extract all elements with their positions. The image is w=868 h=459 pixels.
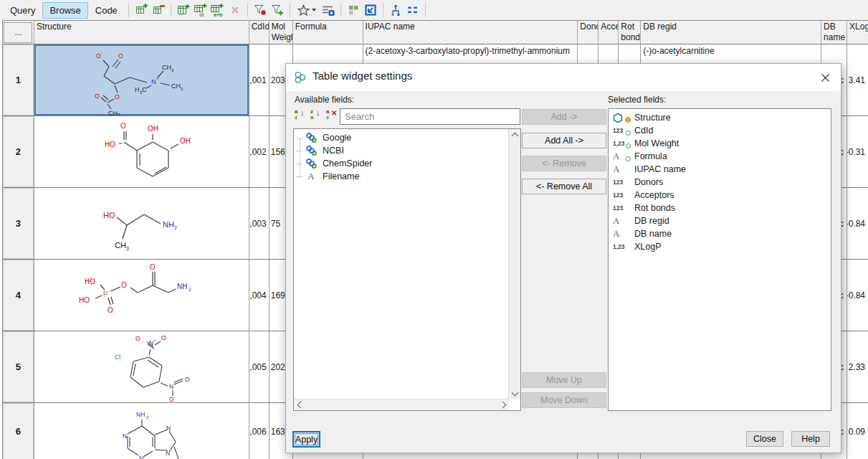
add-all-button[interactable]: Add All -> <box>522 133 606 148</box>
move-up-button[interactable]: Move Up <box>522 372 606 388</box>
xlogp-cell[interactable]: -0.84 <box>847 188 868 260</box>
help-button[interactable]: Help <box>791 431 830 447</box>
available-fields-list[interactable]: Google NCBI ChemSpider A Filename <box>293 128 521 411</box>
sort-clear-icon[interactable]: az✕ <box>325 108 338 122</box>
molecule-drawing: NH2 N N N N <box>34 403 249 459</box>
cdid-cell[interactable]: 1,002 <box>249 116 270 188</box>
structure-cell-aminoacetone-phosphate[interactable]: HO HO P O O O NH2 <box>34 260 249 331</box>
selected-field-rot-bonds[interactable]: 123 Rot bonds <box>609 202 831 214</box>
svg-text:Cl: Cl <box>115 354 120 361</box>
xlogp-cell[interactable]: -0.84 <box>847 260 868 331</box>
row-number[interactable]: 3 <box>3 188 34 260</box>
structure-cell-aminopropanol[interactable]: HO NH2 CH3 <box>34 188 249 260</box>
dropdown-caret-icon <box>312 9 316 11</box>
selected-field-db-name[interactable]: A DB name <box>609 227 831 240</box>
row-number[interactable]: 1 <box>3 44 34 116</box>
selected-field-xlogp[interactable]: 1,23 XLogP <box>609 240 831 253</box>
list-item-ncbi[interactable]: NCBI <box>294 144 508 157</box>
widget-grid-icon[interactable] <box>345 2 361 18</box>
sort-za-icon[interactable]: za↓ <box>309 108 323 122</box>
row-number[interactable]: 5 <box>3 331 34 403</box>
remove-all-button[interactable]: <- Remove All <box>522 179 606 194</box>
new-table-icon[interactable] <box>176 2 191 18</box>
list-item-chemspider[interactable]: ChemSpider <box>294 157 508 170</box>
column-header-cdid[interactable]: CdId <box>249 21 270 44</box>
indexed-dot-icon <box>626 131 631 136</box>
remove-data-tree-icon[interactable] <box>151 2 166 18</box>
close-icon[interactable] <box>818 71 832 84</box>
scroll-right-icon[interactable] <box>498 399 509 410</box>
new-table-ab-icon[interactable]: a+b <box>210 2 226 18</box>
selected-field-formula[interactable]: A Formula <box>609 150 831 163</box>
tab-code[interactable]: Code <box>88 2 125 19</box>
filter-red-icon[interactable] <box>252 2 268 18</box>
favorites-star-icon[interactable] <box>295 2 319 18</box>
move-down-button[interactable]: Move Down <box>522 392 606 408</box>
column-header-db-name[interactable]: DB name <box>821 21 847 44</box>
column-header-rot-bonds[interactable]: Rot bond <box>619 21 641 44</box>
export-icon[interactable] <box>363 2 378 18</box>
close-button[interactable]: Close <box>746 431 783 447</box>
cdid-cell[interactable]: 1,001 <box>249 44 270 116</box>
remove-button[interactable]: <- Remove <box>522 156 606 171</box>
xlogp-cell[interactable]: 2.33 <box>847 331 868 403</box>
horizontal-scrollbar[interactable] <box>294 399 509 410</box>
column-header-mol-weight[interactable]: Mol Weight <box>270 21 293 44</box>
svg-text:O: O <box>135 335 140 342</box>
vertical-scrollbar[interactable] <box>508 129 520 399</box>
xlogp-cell[interactable]: -0.31 <box>847 116 868 188</box>
selected-field-donors[interactable]: 123 Donors <box>609 176 831 189</box>
selected-field-acceptors[interactable]: 123 Acceptors <box>609 189 831 202</box>
xlogp-cell[interactable]: 3.41 <box>847 44 868 116</box>
column-header-donors[interactable]: Dono <box>578 21 598 44</box>
column-header-db-regid[interactable]: DB regid <box>641 21 821 44</box>
selected-fields-list[interactable]: Structure 123 CdId 1,23 Mol Weight A For… <box>608 108 831 411</box>
integer-field-icon: 123 <box>611 176 631 188</box>
svg-text:-: - <box>174 395 176 399</box>
selected-field-cdid[interactable]: 123 CdId <box>609 124 831 137</box>
sort-az-icon[interactable]: az↓ <box>293 108 307 122</box>
cdid-cell[interactable]: 1,006 <box>249 403 270 459</box>
cdid-cell[interactable]: 1,005 <box>249 331 270 403</box>
column-header-structure[interactable]: Structure <box>34 21 249 44</box>
scroll-left-icon[interactable] <box>294 399 305 410</box>
table-options-button[interactable]: ... <box>4 22 32 43</box>
scroll-down-icon[interactable] <box>509 388 520 399</box>
filter-add-icon[interactable] <box>270 2 285 18</box>
column-header-acceptors[interactable]: Accep <box>598 21 619 44</box>
row-number[interactable]: 2 <box>3 116 34 188</box>
column-header-iupac-name[interactable]: IUPAC name <box>363 21 578 44</box>
search-input[interactable] <box>340 108 520 125</box>
add-data-tree-icon[interactable] <box>133 2 149 18</box>
add-button[interactable]: Add -> <box>522 109 606 125</box>
selected-field-mol-weight[interactable]: 1,23 Mol Weight <box>609 137 831 150</box>
column-settings-icon[interactable] <box>320 2 336 18</box>
cdid-cell[interactable]: 1,003 <box>249 188 270 260</box>
molecule-drawing: Cl N+ O O- N+ O O- <box>34 331 249 403</box>
row-number[interactable]: 4 <box>3 260 34 331</box>
table-widget-settings-dialog: Table widget settings Available fields: … <box>285 63 841 453</box>
selected-field-db-regid[interactable]: A DB regid <box>609 214 831 227</box>
column-header-xlogp[interactable]: XLogP <box>847 21 868 44</box>
apply-button[interactable]: Apply <box>292 431 320 448</box>
structure-cell-acetylcarnitine[interactable]: O- O N+ CH3 CH3 H3C O O CH3 <box>34 44 249 116</box>
selected-field-structure[interactable]: Structure <box>609 111 831 124</box>
molecule-drawing: HO HO P O O O NH2 <box>34 260 249 331</box>
column-header-formula[interactable]: Formula <box>293 21 363 44</box>
tab-browse[interactable]: Browse <box>42 2 87 19</box>
svg-text:CH: CH <box>171 82 181 90</box>
selected-field-iupac-name[interactable]: A IUPAC name <box>609 163 831 176</box>
scroll-up-icon[interactable] <box>509 129 520 141</box>
new-table-ct-icon[interactable]: ct <box>193 2 209 18</box>
structure-cell-dihydroxycyclohexadiene-acid[interactable]: O HO OH OH <box>34 116 249 188</box>
structure-cell-chlorodinitrobenzene[interactable]: Cl N+ O O- N+ O O- <box>34 331 249 403</box>
row-number[interactable]: 6 <box>3 403 34 459</box>
xlogp-cell[interactable]: 0.09 <box>847 403 868 459</box>
structure-hierarchy-icon[interactable] <box>388 2 404 18</box>
cdid-cell[interactable]: 1,004 <box>249 260 270 331</box>
list-item-google[interactable]: Google <box>294 131 508 144</box>
field-list-icon[interactable] <box>405 2 421 18</box>
tab-query[interactable]: Query <box>3 2 42 19</box>
structure-cell-adenine-derivative[interactable]: NH2 N N N N <box>34 403 249 459</box>
list-item-filename[interactable]: A Filename <box>294 170 508 183</box>
